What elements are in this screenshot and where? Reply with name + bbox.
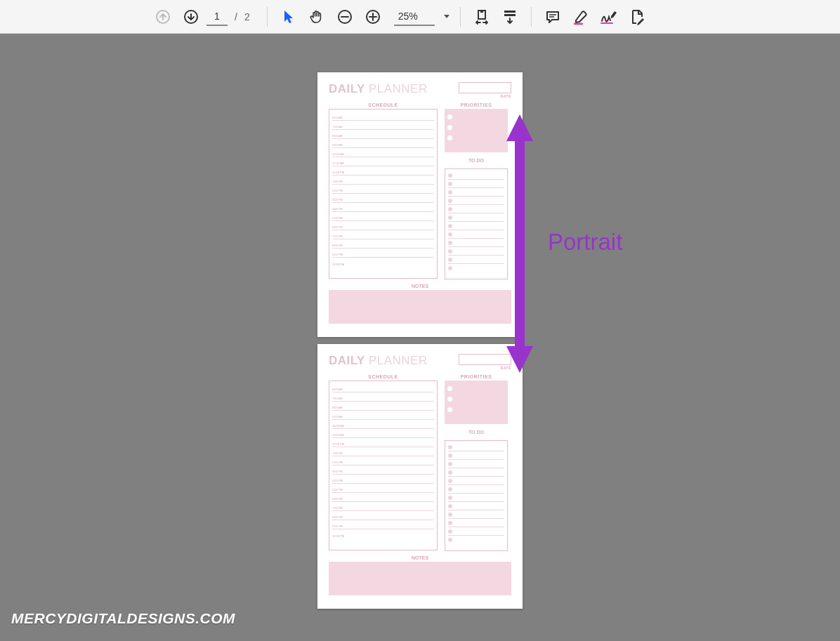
zoom-out-button[interactable] [332, 4, 357, 29]
schedule-row: 8:00 AM [332, 402, 434, 411]
todo-row [448, 205, 504, 213]
circle-bullet-icon [448, 504, 452, 508]
circle-bullet-icon [448, 232, 452, 237]
todo-box [445, 440, 508, 551]
todo-row [448, 485, 504, 494]
schedule-row: 2:00 PM [332, 456, 434, 465]
priorities-label: PRIORITIES [445, 103, 508, 107]
scroll-mode-button[interactable] [497, 4, 523, 29]
page-separator: / [235, 11, 237, 22]
circle-bullet-icon [447, 125, 452, 130]
svg-rect-10 [504, 14, 516, 16]
comment-button[interactable] [540, 4, 565, 29]
current-page-input[interactable] [206, 8, 228, 26]
zoom-level-input[interactable] [394, 8, 435, 26]
circle-bullet-icon [448, 207, 452, 211]
todo-row [448, 460, 504, 468]
orientation-label: Portrait [548, 229, 622, 256]
schedule-row: 7:00 PM [332, 502, 434, 511]
circle-bullet-icon [448, 199, 452, 203]
circle-bullet-icon [448, 521, 452, 525]
priority-row [447, 122, 505, 133]
svg-rect-9 [504, 11, 516, 13]
circle-bullet-icon [448, 538, 452, 542]
chevron-down-icon [444, 15, 449, 18]
schedule-row: 5:00 PM [332, 212, 434, 221]
schedule-row: 5:00 PM [332, 484, 434, 493]
priority-row [447, 394, 505, 404]
notes-label: NOTES [329, 555, 511, 560]
schedule-row: 10:00 PM [332, 258, 434, 267]
signature-icon [600, 8, 618, 25]
page-up-button[interactable] [150, 4, 176, 29]
todo-row [448, 247, 504, 256]
hand-tool-button[interactable] [304, 4, 329, 29]
schedule-box: 6:00 AM7:00 AM8:00 AM9:00 AM10:00 AM11:0… [329, 109, 438, 279]
schedule-row: 3:00 PM [332, 194, 434, 203]
schedule-row: 8:00 PM [332, 239, 434, 249]
todo-row [448, 239, 504, 247]
schedule-row: 6:00 PM [332, 493, 434, 502]
circle-bullet-icon [448, 462, 452, 466]
circle-bullet-icon [447, 397, 452, 402]
edit-pdf-button[interactable] [624, 4, 650, 29]
pdf-viewport[interactable]: DAILY PLANNER DATE SCHEDULE 6:00 AM7:00 … [0, 34, 840, 641]
circle-bullet-icon [448, 454, 452, 458]
todo-row [448, 222, 504, 230]
todo-row [448, 468, 504, 477]
svg-marker-17 [506, 346, 533, 373]
page-down-button[interactable] [178, 4, 204, 29]
todo-row [448, 527, 504, 536]
todo-row [448, 510, 504, 519]
planner-title: DAILY PLANNER [329, 354, 428, 368]
schedule-row: 9:00 AM [332, 411, 434, 420]
circle-bullet-icon [448, 190, 452, 194]
svg-rect-16 [515, 140, 525, 348]
schedule-row: 7:00 AM [332, 392, 434, 402]
circle-bullet-icon [448, 182, 452, 186]
comment-icon [545, 9, 560, 25]
zoom-in-button[interactable] [360, 4, 386, 29]
planner-title: DAILY PLANNER [329, 82, 428, 96]
edit-document-icon [629, 8, 645, 25]
sign-button[interactable] [596, 4, 622, 29]
todo-label: TO DO [445, 430, 508, 435]
circle-bullet-icon [448, 173, 452, 178]
cursor-icon [282, 9, 296, 25]
vertical-double-arrow-icon [502, 114, 537, 373]
schedule-row: 6:00 AM [332, 112, 434, 121]
priority-row [447, 112, 505, 122]
schedule-row: 4:00 PM [332, 203, 434, 212]
date-label: DATE [459, 94, 511, 98]
schedule-row: 9:00 PM [332, 520, 434, 529]
circle-bullet-icon [448, 241, 452, 245]
highlight-button[interactable] [568, 4, 593, 29]
select-tool-button[interactable] [276, 4, 301, 29]
schedule-row: 1:00 PM [332, 176, 434, 185]
todo-box [445, 168, 508, 279]
schedule-row: 6:00 AM [332, 383, 434, 392]
todo-row [448, 171, 504, 180]
schedule-row: 8:00 PM [332, 511, 434, 520]
todo-row [448, 264, 504, 272]
schedule-row: 7:00 AM [332, 121, 434, 130]
schedule-row: 11:00 AM [332, 157, 434, 166]
watermark: MERCYDIGITALDESIGNS.COM [11, 610, 235, 627]
zoom-dropdown-button[interactable] [438, 4, 452, 29]
svg-rect-8 [480, 11, 483, 13]
fit-width-icon [473, 8, 490, 25]
schedule-row: 4:00 PM [332, 475, 434, 484]
todo-row [448, 494, 504, 502]
schedule-row: 12:00 PM [332, 438, 434, 447]
fit-width-button[interactable] [469, 4, 494, 29]
circle-bullet-icon [448, 470, 452, 475]
date-box [459, 82, 511, 93]
circle-bullet-icon [448, 445, 452, 449]
schedule-row: 10:00 AM [332, 148, 434, 157]
schedule-row: 7:00 PM [332, 230, 434, 239]
priorities-box [445, 381, 508, 424]
circle-bullet-icon [447, 114, 452, 119]
notes-label: NOTES [329, 284, 511, 289]
priority-row [447, 383, 505, 394]
schedule-label: SCHEDULE [329, 103, 438, 107]
